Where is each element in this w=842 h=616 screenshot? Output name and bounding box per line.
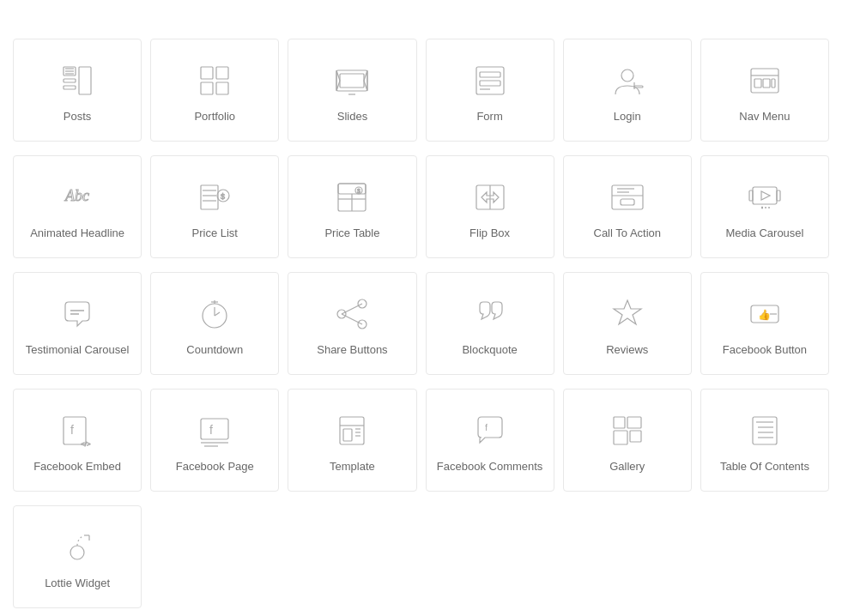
svg-rect-86: [627, 417, 641, 428]
grid-item-facebook-button[interactable]: 👍Facebook Button: [700, 272, 829, 375]
svg-text:f: f: [485, 422, 488, 432]
grid-item-lottie-widget[interactable]: Lottie Widget: [13, 505, 142, 608]
testimonial-carousel-label: Testimonial Carousel: [26, 343, 130, 358]
countdown-label: Countdown: [186, 343, 243, 358]
grid-item-facebook-page[interactable]: fFacebook Page: [150, 389, 279, 492]
nav-menu-icon: [742, 62, 787, 100]
media-carousel-label: Media Carousel: [725, 226, 803, 241]
slides-label: Slides: [337, 110, 367, 124]
gallery-label: Gallery: [609, 460, 645, 474]
call-to-action-label: Call To Action: [594, 226, 662, 241]
svg-rect-9: [201, 82, 213, 94]
grid-item-testimonial-carousel[interactable]: Testimonial Carousel: [13, 272, 142, 375]
grid-item-table-of-contents[interactable]: Table Of Contents: [700, 389, 829, 492]
grid-item-share-buttons[interactable]: Share Buttons: [288, 272, 416, 375]
svg-rect-45: [621, 199, 634, 205]
svg-rect-89: [753, 417, 777, 444]
svg-rect-87: [614, 431, 627, 444]
grid-item-login[interactable]: Login: [563, 39, 692, 142]
svg-line-59: [215, 312, 220, 316]
facebook-button-label: Facebook Button: [723, 343, 807, 358]
grid-row-2: Testimonial CarouselCountdownShare Butto…: [9, 268, 833, 379]
svg-rect-2: [64, 86, 76, 89]
svg-text:</>: </>: [81, 440, 91, 448]
flip-box-icon: [468, 178, 512, 216]
lottie-widget-icon: [55, 528, 100, 566]
svg-text:$: $: [221, 192, 225, 201]
animated-headline-icon: Abc: [55, 178, 100, 216]
call-to-action-icon: [605, 178, 650, 216]
svg-rect-48: [753, 187, 777, 204]
svg-text:f: f: [209, 423, 213, 437]
template-icon: [330, 412, 374, 450]
form-icon: [468, 62, 512, 100]
table-of-contents-label: Table Of Contents: [720, 460, 809, 474]
grid-item-portfolio[interactable]: Portfolio: [150, 39, 279, 142]
facebook-comments-label: Facebook Comments: [437, 460, 543, 474]
grid-item-form[interactable]: Form: [426, 39, 554, 142]
svg-marker-12: [336, 70, 340, 91]
facebook-page-icon: f: [192, 412, 237, 450]
flip-box-label: Flip Box: [469, 226, 510, 241]
grid-item-slides[interactable]: Slides: [288, 39, 416, 142]
svg-rect-7: [201, 67, 213, 79]
lottie-widget-label: Lottie Widget: [45, 577, 110, 591]
grid-row-3: f</>Facebook EmbedfFacebook PageTemplate…: [9, 384, 833, 496]
grid-item-gallery[interactable]: Gallery: [563, 389, 692, 492]
svg-text:Abc: Abc: [64, 187, 89, 204]
login-icon: [605, 62, 650, 100]
svg-rect-85: [614, 417, 625, 428]
facebook-button-icon: 👍: [742, 295, 787, 333]
grid-item-posts[interactable]: Posts: [13, 39, 142, 142]
svg-rect-10: [216, 82, 228, 94]
svg-text:$: $: [357, 188, 360, 194]
grid-item-nav-menu[interactable]: Nav Menu: [700, 39, 829, 142]
svg-rect-25: [754, 79, 761, 88]
svg-marker-13: [364, 70, 367, 91]
media-carousel-icon: [742, 178, 787, 216]
facebook-embed-icon: f</>: [55, 412, 100, 450]
share-buttons-label: Share Buttons: [317, 343, 387, 358]
gallery-icon: [605, 412, 650, 450]
grid-item-blockquote[interactable]: Blockquote: [426, 272, 554, 375]
grid-item-media-carousel[interactable]: Media Carousel: [700, 155, 829, 258]
grid-row-0: PostsPortfolioSlidesFormLoginNav Menu: [9, 34, 833, 146]
countdown-icon: [192, 295, 237, 333]
grid-item-facebook-comments[interactable]: fFacebook Comments: [426, 389, 554, 492]
svg-rect-21: [634, 86, 643, 88]
svg-rect-8: [216, 67, 228, 79]
grid-row-4: Lottie Widget: [9, 501, 833, 613]
grid-item-animated-headline[interactable]: AbcAnimated Headline: [13, 155, 142, 258]
grid-item-template[interactable]: Template: [288, 389, 416, 492]
form-label: Form: [476, 110, 502, 124]
svg-rect-3: [79, 67, 91, 94]
price-list-icon: $: [192, 178, 237, 216]
svg-rect-27: [772, 79, 775, 88]
svg-rect-74: [201, 419, 228, 439]
grid-item-countdown[interactable]: Countdown: [150, 272, 279, 375]
grid-item-call-to-action[interactable]: Call To Action: [563, 155, 692, 258]
reviews-label: Reviews: [606, 343, 648, 358]
facebook-page-label: Facebook Page: [176, 460, 254, 474]
grid-item-facebook-embed[interactable]: f</>Facebook Embed: [13, 389, 142, 492]
grid-item-price-list[interactable]: $Price List: [150, 155, 279, 258]
share-buttons-icon: [330, 295, 374, 333]
svg-rect-51: [777, 190, 780, 201]
svg-rect-18: [480, 81, 500, 86]
page-title: [0, 0, 842, 34]
template-label: Template: [330, 460, 375, 474]
svg-line-66: [342, 314, 362, 324]
login-label: Login: [614, 110, 641, 124]
nav-menu-label: Nav Menu: [739, 110, 790, 124]
grid-row-1: AbcAnimated Headline$Price List$Price Ta…: [9, 151, 833, 263]
svg-rect-29: [201, 185, 218, 209]
svg-point-94: [70, 546, 84, 559]
grid-item-reviews[interactable]: Reviews: [563, 272, 692, 375]
grid-item-flip-box[interactable]: Flip Box: [426, 155, 554, 258]
price-table-label: Price Table: [324, 226, 379, 241]
svg-marker-67: [614, 300, 641, 324]
svg-rect-80: [343, 429, 352, 441]
svg-rect-88: [630, 431, 641, 442]
grid-item-price-table[interactable]: $Price Table: [288, 155, 416, 258]
portfolio-icon: [192, 62, 237, 100]
